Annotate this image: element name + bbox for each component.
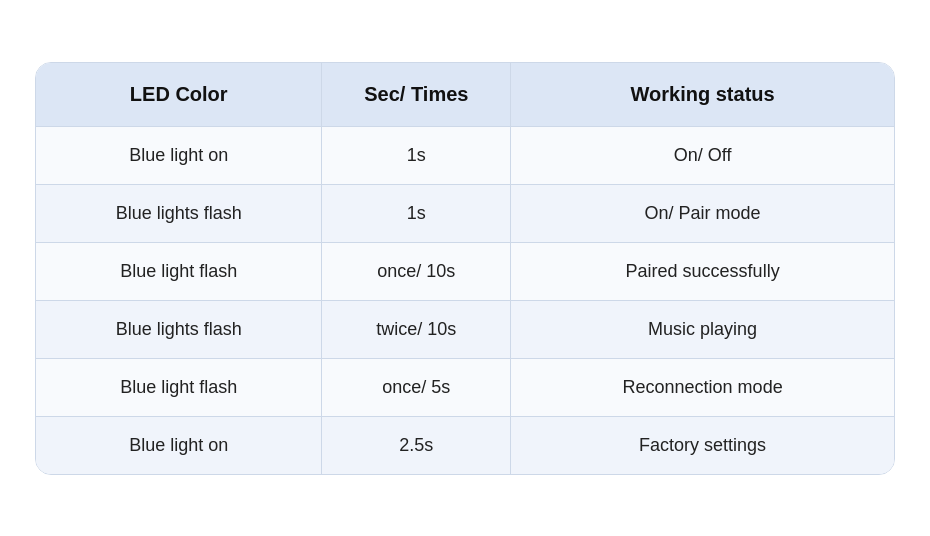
table-row: Blue lights flash1sOn/ Pair mode bbox=[36, 184, 894, 242]
sec-times-cell: twice/ 10s bbox=[322, 300, 511, 358]
sec-times-header: Sec/ Times bbox=[322, 63, 511, 127]
sec-times-cell: 1s bbox=[322, 126, 511, 184]
working-status-header: Working status bbox=[511, 63, 894, 127]
table-row: Blue light flashonce/ 5sReconnection mod… bbox=[36, 358, 894, 416]
sec-times-cell: once/ 5s bbox=[322, 358, 511, 416]
led-color-header: LED Color bbox=[36, 63, 322, 127]
table-row: Blue lights flashtwice/ 10sMusic playing bbox=[36, 300, 894, 358]
working-status-cell: Music playing bbox=[511, 300, 894, 358]
table-row: Blue light flashonce/ 10sPaired successf… bbox=[36, 242, 894, 300]
working-status-cell: Paired successfully bbox=[511, 242, 894, 300]
sec-times-cell: 1s bbox=[322, 184, 511, 242]
led-color-cell: Blue light flash bbox=[36, 242, 322, 300]
led-color-cell: Blue lights flash bbox=[36, 300, 322, 358]
sec-times-cell: once/ 10s bbox=[322, 242, 511, 300]
led-color-cell: Blue light on bbox=[36, 126, 322, 184]
table-row: Blue light on2.5sFactory settings bbox=[36, 416, 894, 474]
led-table-container: LED Color Sec/ Times Working status Blue… bbox=[35, 62, 895, 475]
sec-times-cell: 2.5s bbox=[322, 416, 511, 474]
table-row: Blue light on1sOn/ Off bbox=[36, 126, 894, 184]
working-status-cell: Reconnection mode bbox=[511, 358, 894, 416]
led-color-cell: Blue light flash bbox=[36, 358, 322, 416]
working-status-cell: Factory settings bbox=[511, 416, 894, 474]
working-status-cell: On/ Pair mode bbox=[511, 184, 894, 242]
led-color-cell: Blue light on bbox=[36, 416, 322, 474]
working-status-cell: On/ Off bbox=[511, 126, 894, 184]
led-table: LED Color Sec/ Times Working status Blue… bbox=[36, 63, 894, 474]
led-color-cell: Blue lights flash bbox=[36, 184, 322, 242]
table-header-row: LED Color Sec/ Times Working status bbox=[36, 63, 894, 127]
